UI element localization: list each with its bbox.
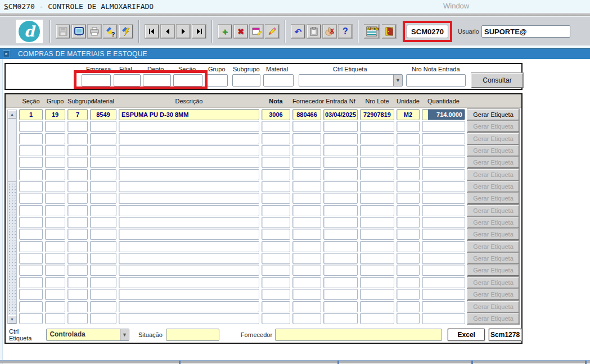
cell-quantidade[interactable]: [422, 133, 465, 144]
cell-nota[interactable]: [262, 145, 290, 156]
gerar-etiqueta-button[interactable]: Gerar Etiqueta: [467, 157, 519, 168]
cell-quantidade[interactable]: [422, 265, 465, 276]
cell-nota[interactable]: [262, 121, 290, 132]
cell-secao[interactable]: [19, 301, 43, 312]
cell-fornecedor[interactable]: [292, 157, 321, 168]
grid-vertical-scrollbar[interactable]: ▲ ▼: [7, 110, 17, 324]
filial-field[interactable]: [114, 74, 141, 87]
insert-record-button[interactable]: +: [218, 25, 232, 38]
cell-quantidade[interactable]: [422, 229, 465, 240]
cell-subgrupo[interactable]: [67, 145, 88, 156]
cell-unidade[interactable]: [397, 301, 420, 312]
menu-button[interactable]: Menu: [364, 25, 379, 38]
cell-material[interactable]: [90, 241, 116, 252]
cell-grupo[interactable]: [45, 169, 65, 180]
excel-button[interactable]: Excel: [448, 329, 485, 341]
cell-quantidade[interactable]: [422, 217, 465, 228]
cell-grupo[interactable]: [45, 253, 65, 264]
ctrl-etiqueta-select[interactable]: ▼: [299, 74, 403, 87]
cell-secao[interactable]: [19, 193, 43, 204]
cell-descricao[interactable]: [119, 205, 259, 216]
cell-quantidade[interactable]: [422, 157, 465, 168]
cell-entrada-nf[interactable]: [323, 301, 358, 312]
cell-descricao[interactable]: [119, 133, 259, 144]
scrollbar-thumb[interactable]: [8, 119, 16, 182]
cell-descricao[interactable]: [119, 241, 259, 252]
cell-nro-lote[interactable]: [360, 169, 394, 180]
cell-nota[interactable]: [262, 313, 290, 324]
material-field[interactable]: [263, 74, 294, 87]
cell-quantidade[interactable]: [422, 205, 465, 216]
cell-descricao[interactable]: [119, 145, 259, 156]
cell-entrada-nf[interactable]: [323, 157, 358, 168]
cell-subgrupo[interactable]: [67, 121, 88, 132]
cancel-query-button[interactable]: ?: [103, 25, 117, 38]
cell-entrada-nf[interactable]: [323, 169, 358, 180]
cell-descricao[interactable]: [119, 265, 259, 276]
exit-button[interactable]: [382, 25, 396, 38]
gerar-etiqueta-button[interactable]: Gerar Etiqueta: [467, 193, 519, 204]
cell-nota[interactable]: [262, 169, 290, 180]
fornecedor-field[interactable]: [275, 329, 442, 341]
cell-fornecedor[interactable]: [292, 181, 321, 192]
situacao-field[interactable]: [166, 329, 219, 341]
cell-subgrupo[interactable]: [67, 205, 88, 216]
cell-subgrupo[interactable]: [67, 133, 88, 144]
cell-nro-lote[interactable]: [360, 277, 394, 288]
undo-button[interactable]: ↶: [291, 25, 305, 38]
cell-secao[interactable]: [19, 157, 43, 168]
cell-nro-lote[interactable]: [360, 145, 394, 156]
cell-secao[interactable]: [19, 181, 43, 192]
cell-nro-lote[interactable]: [360, 217, 394, 228]
cell-entrada-nf[interactable]: [323, 145, 358, 156]
cell-nro-lote[interactable]: [360, 253, 394, 264]
cell-fornecedor[interactable]: [292, 121, 321, 132]
cell-descricao[interactable]: [119, 289, 259, 300]
cell-subgrupo[interactable]: [67, 181, 88, 192]
cell-entrada-nf[interactable]: [323, 229, 358, 240]
cell-material[interactable]: 8549: [90, 109, 116, 120]
cell-subgrupo[interactable]: [67, 193, 88, 204]
gerar-etiqueta-button[interactable]: Gerar Etiqueta: [467, 277, 519, 288]
cell-unidade[interactable]: [397, 133, 420, 144]
cell-nro-lote[interactable]: [360, 313, 394, 324]
cell-unidade[interactable]: [397, 157, 420, 168]
gerar-etiqueta-button[interactable]: Gerar Etiqueta: [467, 313, 519, 324]
cell-unidade[interactable]: [397, 229, 420, 240]
cell-fornecedor[interactable]: 880466: [292, 109, 321, 120]
cell-unidade[interactable]: [397, 289, 420, 300]
cell-fornecedor[interactable]: [292, 133, 321, 144]
cell-grupo[interactable]: [45, 193, 65, 204]
cell-secao[interactable]: [19, 253, 43, 264]
cell-material[interactable]: [90, 313, 116, 324]
cell-nota[interactable]: [262, 265, 290, 276]
cell-grupo[interactable]: [45, 265, 65, 276]
cell-material[interactable]: [90, 181, 116, 192]
cell-subgrupo[interactable]: [67, 313, 88, 324]
cell-grupo[interactable]: [45, 181, 65, 192]
cell-nro-lote[interactable]: [360, 193, 394, 204]
cell-fornecedor[interactable]: [292, 145, 321, 156]
cell-grupo[interactable]: [45, 205, 65, 216]
cell-secao[interactable]: [19, 133, 43, 144]
gerar-etiqueta-button[interactable]: Gerar Etiqueta: [467, 133, 519, 144]
cell-material[interactable]: [90, 229, 116, 240]
clipboard-button[interactable]: [307, 25, 321, 38]
gerar-etiqueta-button[interactable]: Gerar Etiqueta: [467, 109, 519, 120]
cell-entrada-nf[interactable]: 03/04/2025: [323, 109, 358, 120]
cell-secao[interactable]: [19, 229, 43, 240]
gerar-etiqueta-button[interactable]: Gerar Etiqueta: [467, 241, 519, 252]
cell-grupo[interactable]: [45, 313, 65, 324]
cell-nro-lote[interactable]: [360, 241, 394, 252]
horizontal-scrollbar[interactable]: [0, 360, 590, 363]
cell-material[interactable]: [90, 289, 116, 300]
cell-nota[interactable]: [262, 229, 290, 240]
menu-window[interactable]: Window: [443, 2, 469, 10]
gerar-etiqueta-button[interactable]: Gerar Etiqueta: [467, 289, 519, 300]
scroll-down-icon[interactable]: ▼: [8, 315, 16, 324]
gerar-etiqueta-button[interactable]: Gerar Etiqueta: [467, 301, 519, 312]
cell-nro-lote[interactable]: [360, 289, 394, 300]
cell-descricao[interactable]: [119, 181, 259, 192]
cell-descricao[interactable]: ESPUMA PU D-30 8MM: [119, 109, 259, 120]
cell-quantidade[interactable]: [422, 289, 465, 300]
